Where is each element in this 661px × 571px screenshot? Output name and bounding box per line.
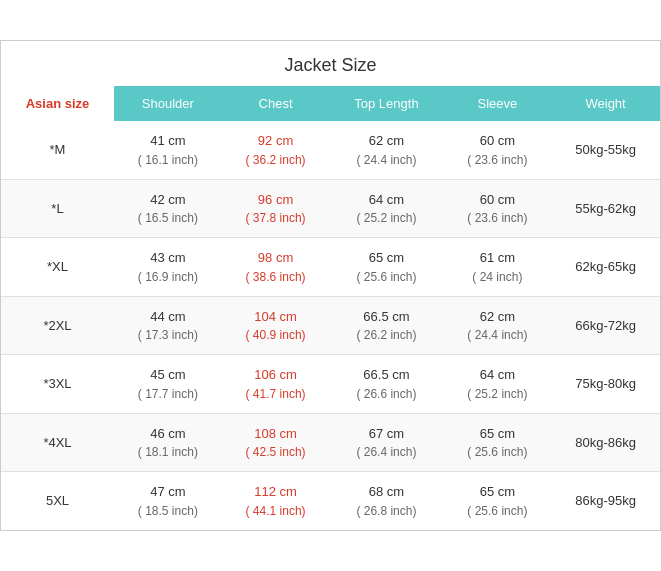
table-row: *4XL 46 cm( 18.1 inch) 108 cm( 42.5 inch… <box>1 413 660 472</box>
cell-size: *3XL <box>1 355 114 414</box>
cell-top-length: 64 cm( 25.2 inch) <box>329 179 443 238</box>
cell-weight: 62kg-65kg <box>551 238 660 297</box>
cell-shoulder: 41 cm( 16.1 inch) <box>114 121 222 179</box>
cell-top-length: 66.5 cm( 26.2 inch) <box>329 296 443 355</box>
cell-chest: 92 cm( 36.2 inch) <box>222 121 330 179</box>
cell-sleeve: 65 cm( 25.6 inch) <box>444 472 552 530</box>
col-header-shoulder: Shoulder <box>114 86 222 121</box>
cell-shoulder: 42 cm( 16.5 inch) <box>114 179 222 238</box>
col-header-weight: Weight <box>551 86 660 121</box>
col-header-top-length: Top Length <box>329 86 443 121</box>
cell-weight: 50kg-55kg <box>551 121 660 179</box>
cell-top-length: 62 cm( 24.4 inch) <box>329 121 443 179</box>
table-row: *XL 43 cm( 16.9 inch) 98 cm( 38.6 inch) … <box>1 238 660 297</box>
cell-size: *4XL <box>1 413 114 472</box>
cell-shoulder: 44 cm( 17.3 inch) <box>114 296 222 355</box>
table-row: 5XL 47 cm( 18.5 inch) 112 cm( 44.1 inch)… <box>1 472 660 530</box>
cell-weight: 75kg-80kg <box>551 355 660 414</box>
cell-sleeve: 65 cm( 25.6 inch) <box>444 413 552 472</box>
cell-size: *M <box>1 121 114 179</box>
table-row: *3XL 45 cm( 17.7 inch) 106 cm( 41.7 inch… <box>1 355 660 414</box>
col-header-chest: Chest <box>222 86 330 121</box>
cell-top-length: 65 cm( 25.6 inch) <box>329 238 443 297</box>
cell-chest: 106 cm( 41.7 inch) <box>222 355 330 414</box>
cell-weight: 86kg-95kg <box>551 472 660 530</box>
cell-chest: 104 cm( 40.9 inch) <box>222 296 330 355</box>
cell-chest: 96 cm( 37.8 inch) <box>222 179 330 238</box>
cell-sleeve: 60 cm( 23.6 inch) <box>444 121 552 179</box>
cell-chest: 112 cm( 44.1 inch) <box>222 472 330 530</box>
jacket-size-table: Jacket Size Asian size Shoulder Chest To… <box>0 40 661 531</box>
cell-sleeve: 60 cm( 23.6 inch) <box>444 179 552 238</box>
cell-weight: 80kg-86kg <box>551 413 660 472</box>
cell-size: *2XL <box>1 296 114 355</box>
table-row: *M 41 cm( 16.1 inch) 92 cm( 36.2 inch) 6… <box>1 121 660 179</box>
cell-chest: 108 cm( 42.5 inch) <box>222 413 330 472</box>
cell-top-length: 67 cm( 26.4 inch) <box>329 413 443 472</box>
cell-size: *L <box>1 179 114 238</box>
cell-sleeve: 61 cm( 24 inch) <box>444 238 552 297</box>
table-row: *2XL 44 cm( 17.3 inch) 104 cm( 40.9 inch… <box>1 296 660 355</box>
cell-shoulder: 45 cm( 17.7 inch) <box>114 355 222 414</box>
cell-top-length: 66.5 cm( 26.6 inch) <box>329 355 443 414</box>
cell-weight: 66kg-72kg <box>551 296 660 355</box>
cell-sleeve: 62 cm( 24.4 inch) <box>444 296 552 355</box>
cell-chest: 98 cm( 38.6 inch) <box>222 238 330 297</box>
cell-sleeve: 64 cm( 25.2 inch) <box>444 355 552 414</box>
cell-size: *XL <box>1 238 114 297</box>
table-row: *L 42 cm( 16.5 inch) 96 cm( 37.8 inch) 6… <box>1 179 660 238</box>
col-header-asian-size: Asian size <box>1 86 114 121</box>
table-title: Jacket Size <box>1 41 660 86</box>
cell-shoulder: 47 cm( 18.5 inch) <box>114 472 222 530</box>
table-header-row: Asian size Shoulder Chest Top Length Sle… <box>1 86 660 121</box>
cell-shoulder: 46 cm( 18.1 inch) <box>114 413 222 472</box>
col-header-sleeve: Sleeve <box>444 86 552 121</box>
cell-size: 5XL <box>1 472 114 530</box>
cell-shoulder: 43 cm( 16.9 inch) <box>114 238 222 297</box>
cell-weight: 55kg-62kg <box>551 179 660 238</box>
cell-top-length: 68 cm( 26.8 inch) <box>329 472 443 530</box>
